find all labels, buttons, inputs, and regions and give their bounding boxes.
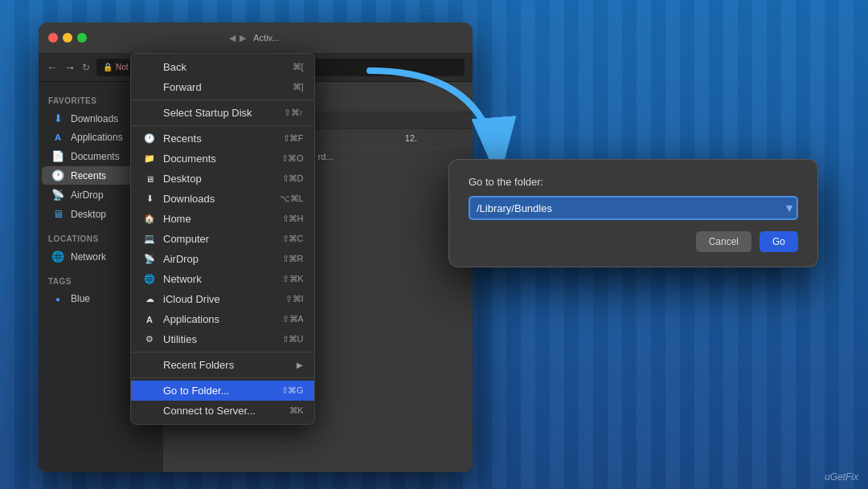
col-header-size xyxy=(405,116,463,125)
menu-item-network[interactable]: 🌐 Network ⇧⌘K xyxy=(131,269,314,289)
utilities-menu-icon: ⚙ xyxy=(142,334,157,344)
menu-separator-1 xyxy=(131,100,314,100)
recents-icon: 🕐 xyxy=(51,169,64,181)
go-to-folder-dialog: Go to the folder: ▼ Cancel Go xyxy=(448,159,818,267)
applications-menu-icon: A xyxy=(142,315,157,324)
menu-item-recent-folders[interactable]: Recent Folders ▶ xyxy=(131,355,314,375)
menu-item-documents[interactable]: 📁 Documents ⇧⌘O xyxy=(131,149,314,169)
file-size-1: 12. xyxy=(405,133,463,143)
airdrop-icon: 📡 xyxy=(51,189,64,201)
menu-item-recents[interactable]: 🕐 Recents ⇧⌘F xyxy=(131,128,314,149)
menu-item-connect-server[interactable]: Connect to Server... ⌘K xyxy=(131,401,314,421)
menu-item-icloud[interactable]: ☁ iCloud Drive ⇧⌘I xyxy=(131,289,314,309)
menu-item-home[interactable]: 🏠 Home ⇧⌘H xyxy=(131,209,314,229)
computer-menu-icon: 💻 xyxy=(142,234,157,244)
menu-item-desktop[interactable]: 🖥 Desktop ⇧⌘D xyxy=(131,169,314,189)
dialog-input-wrapper: ▼ xyxy=(469,196,798,220)
menu-separator-2 xyxy=(131,125,314,126)
go-button[interactable]: Go xyxy=(760,231,798,252)
airdrop-menu-icon: 📡 xyxy=(142,254,157,264)
menu-item-airdrop[interactable]: 📡 AirDrop ⇧⌘R xyxy=(131,249,314,269)
folder-path-input[interactable] xyxy=(469,196,798,220)
watermark-text: uGetFix xyxy=(825,471,858,483)
window-title: ◀ ▶ Activ... xyxy=(45,32,463,43)
menu-separator-4 xyxy=(131,377,314,378)
back-btn[interactable]: ← xyxy=(47,61,58,74)
blue-tag-icon: ● xyxy=(51,295,64,304)
desktop-menu-icon: 🖥 xyxy=(142,174,157,184)
menu-item-computer[interactable]: 💻 Computer ⇧⌘C xyxy=(131,229,314,249)
submenu-arrow-icon: ▶ xyxy=(297,361,303,369)
menu-item-go-to-folder[interactable]: Go to Folder... ⇧⌘G xyxy=(131,381,314,401)
forward-btn[interactable]: → xyxy=(64,61,76,74)
input-dropdown-icon[interactable]: ▼ xyxy=(784,202,795,214)
downloads-icon: ⬇ xyxy=(51,112,64,124)
finder-titlebar: ◀ ▶ Activ... xyxy=(39,22,473,53)
file-date-2: rd... xyxy=(318,152,464,161)
go-menu-dropdown: Back ⌘[ Forward ⌘] Select Startup Disk ⇧… xyxy=(130,53,315,425)
network-icon: 🌐 xyxy=(51,251,64,263)
menu-item-applications[interactable]: A Applications ⇧⌘A xyxy=(131,309,314,329)
applications-icon: A xyxy=(51,132,64,142)
home-menu-icon: 🏠 xyxy=(142,214,157,224)
downloads-menu-icon: ⬇ xyxy=(142,194,157,204)
network-menu-icon: 🌐 xyxy=(142,274,157,284)
recents-menu-icon: 🕐 xyxy=(142,133,157,144)
icloud-menu-icon: ☁ xyxy=(142,294,157,304)
cancel-button[interactable]: Cancel xyxy=(696,231,751,252)
menu-item-startup[interactable]: Select Startup Disk ⇧⌘↑ xyxy=(131,103,314,123)
refresh-btn[interactable]: ↻ xyxy=(82,62,90,73)
menu-item-forward[interactable]: Forward ⌘] xyxy=(131,77,314,97)
documents-icon: 📄 xyxy=(51,150,64,162)
menu-separator-3 xyxy=(131,352,314,352)
dialog-buttons: Cancel Go xyxy=(469,231,798,252)
menu-item-downloads[interactable]: ⬇ Downloads ⌥⌘L xyxy=(131,189,314,209)
lock-icon: 🔒 xyxy=(103,63,113,71)
documents-menu-icon: 📁 xyxy=(142,153,157,164)
dialog-title: Go to the folder: xyxy=(469,176,798,188)
menu-item-utilities[interactable]: ⚙ Utilities ⇧⌘U xyxy=(131,329,314,349)
desktop-icon: 🖥 xyxy=(51,208,64,220)
menu-item-back[interactable]: Back ⌘[ xyxy=(131,57,314,77)
